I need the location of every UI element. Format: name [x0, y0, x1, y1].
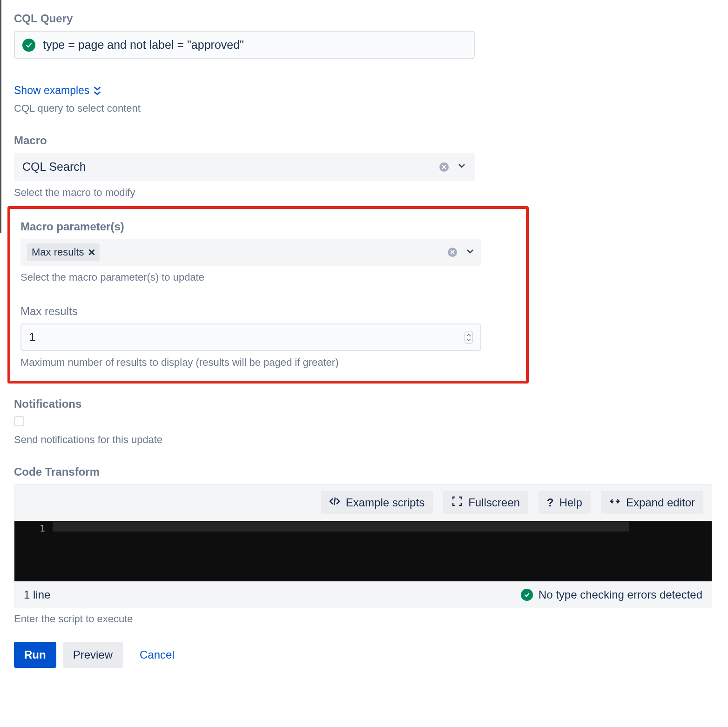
notifications-label: Notifications	[14, 397, 475, 411]
cql-query-value: type = page and not label = "approved"	[43, 38, 244, 52]
macro-params-helper: Select the macro parameter(s) to update	[20, 271, 516, 283]
max-results-input[interactable]: 1	[20, 323, 481, 351]
macro-helper: Select the macro to modify	[14, 187, 475, 199]
show-examples-text: Show examples	[14, 84, 89, 97]
macro-value: CQL Search	[22, 160, 86, 174]
max-results-helper: Maximum number of results to display (re…	[20, 357, 516, 369]
fullscreen-icon	[452, 496, 463, 510]
remove-chip-icon[interactable]	[88, 246, 95, 258]
example-scripts-label: Example scripts	[346, 496, 425, 509]
type-check-status: No type checking errors detected	[539, 588, 702, 601]
check-circle-icon	[521, 589, 533, 601]
horizontal-scrollbar[interactable]	[53, 522, 629, 532]
clear-icon[interactable]	[448, 248, 457, 257]
chevron-down-icon[interactable]	[465, 247, 475, 258]
fullscreen-label: Fullscreen	[468, 496, 520, 509]
notifications-checkbox[interactable]	[14, 416, 24, 426]
chevron-double-down-icon	[93, 86, 101, 95]
svg-line-6	[334, 498, 335, 505]
chevron-down-icon[interactable]	[457, 161, 466, 173]
left-border-decoration	[0, 0, 1, 233]
line-count: 1 line	[24, 588, 50, 601]
editor-toolbar: Example scripts Fullscreen ? Help Expand…	[14, 485, 712, 521]
code-editor-panel: Example scripts Fullscreen ? Help Expand…	[14, 484, 712, 582]
cql-query-input[interactable]: type = page and not label = "approved"	[14, 31, 475, 59]
macro-label: Macro	[14, 134, 475, 147]
cql-helper: CQL query to select content	[14, 102, 475, 114]
help-label: Help	[559, 496, 582, 509]
expand-editor-button[interactable]: Expand editor	[601, 491, 703, 514]
editor-status-bar: 1 line No type checking errors detected	[14, 582, 712, 608]
cql-query-label: CQL Query	[14, 12, 475, 25]
line-number: 1	[40, 523, 45, 534]
code-helper: Enter the script to execute	[14, 613, 712, 625]
notifications-helper: Send notifications for this update	[14, 434, 475, 446]
number-stepper[interactable]	[465, 331, 473, 344]
max-results-value: 1	[29, 330, 35, 344]
help-button[interactable]: ? Help	[539, 491, 591, 514]
line-number-gutter: 1	[14, 521, 52, 581]
code-body[interactable]	[52, 521, 712, 581]
code-icon	[329, 496, 340, 510]
cancel-button[interactable]: Cancel	[129, 642, 185, 668]
preview-button[interactable]: Preview	[63, 642, 123, 668]
help-icon: ?	[547, 496, 554, 509]
code-transform-label: Code Transform	[14, 465, 712, 478]
action-buttons: Run Preview Cancel	[14, 642, 714, 668]
show-examples-link[interactable]: Show examples	[14, 84, 101, 97]
valid-icon	[22, 39, 35, 52]
clear-icon[interactable]	[439, 162, 449, 172]
macro-params-select[interactable]: Max results	[20, 239, 481, 266]
macro-select[interactable]: CQL Search	[14, 153, 475, 181]
code-editor[interactable]: 1	[14, 521, 712, 581]
run-button[interactable]: Run	[14, 642, 56, 668]
fullscreen-button[interactable]: Fullscreen	[443, 491, 528, 514]
expand-label: Expand editor	[626, 496, 695, 509]
expand-icon	[609, 496, 620, 510]
example-scripts-button[interactable]: Example scripts	[321, 491, 433, 514]
max-results-label: Max results	[20, 305, 516, 318]
macro-params-label: Macro parameter(s)	[20, 220, 516, 233]
param-chip-max-results[interactable]: Max results	[27, 243, 100, 261]
highlighted-region: Macro parameter(s) Max results Select th…	[7, 206, 529, 384]
param-chip-label: Max results	[32, 246, 84, 258]
